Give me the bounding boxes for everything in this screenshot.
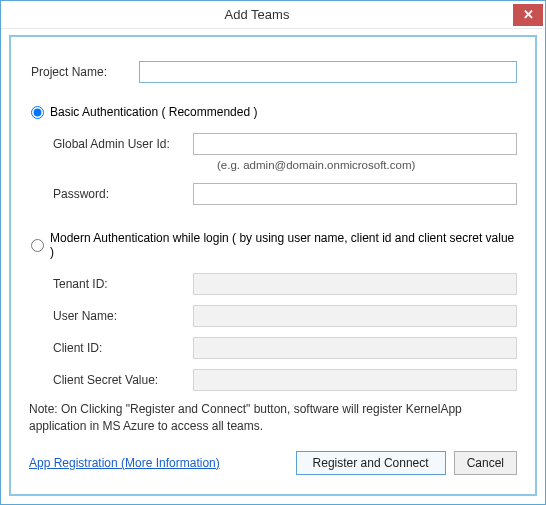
global-admin-hint-row: (e.g. admin@domain.onmicrosoft.com): [53, 159, 517, 171]
modern-auth-radio-label: Modern Authentication while login ( by u…: [50, 231, 517, 259]
titlebar: Add Teams ✕: [1, 1, 545, 29]
client-id-input[interactable]: [193, 337, 517, 359]
dialog-window: Add Teams ✕ Project Name: Basic Authenti…: [0, 0, 546, 505]
basic-auth-radio[interactable]: [31, 106, 44, 119]
close-icon: ✕: [523, 8, 534, 21]
tenant-id-input[interactable]: [193, 273, 517, 295]
close-button[interactable]: ✕: [513, 4, 543, 26]
tenant-id-row: Tenant ID:: [53, 273, 517, 295]
dialog-body: Project Name: Basic Authentication ( Rec…: [9, 35, 537, 496]
global-admin-row: Global Admin User Id:: [53, 133, 517, 155]
client-id-row: Client ID:: [53, 337, 517, 359]
client-secret-input[interactable]: [193, 369, 517, 391]
global-admin-label: Global Admin User Id:: [53, 137, 193, 151]
password-row: Password:: [53, 183, 517, 205]
note-text: Note: On Clicking "Register and Connect"…: [29, 401, 517, 435]
client-id-label: Client ID:: [53, 341, 193, 355]
global-admin-input[interactable]: [193, 133, 517, 155]
user-name-row: User Name:: [53, 305, 517, 327]
modern-auth-radio[interactable]: [31, 239, 44, 252]
modern-auth-radio-row[interactable]: Modern Authentication while login ( by u…: [29, 231, 517, 259]
client-secret-row: Client Secret Value:: [53, 369, 517, 391]
basic-auth-block: Global Admin User Id: (e.g. admin@domain…: [29, 133, 517, 205]
user-name-label: User Name:: [53, 309, 193, 323]
basic-auth-radio-row[interactable]: Basic Authentication ( Recommended ): [29, 105, 517, 119]
app-registration-link[interactable]: App Registration (More Information): [29, 456, 220, 470]
project-name-row: Project Name:: [29, 61, 517, 83]
project-name-label: Project Name:: [29, 65, 139, 79]
basic-auth-radio-label: Basic Authentication ( Recommended ): [50, 105, 257, 119]
password-label: Password:: [53, 187, 193, 201]
window-title: Add Teams: [1, 7, 513, 22]
modern-auth-block: Tenant ID: User Name: Client ID: Client …: [29, 273, 517, 391]
client-secret-label: Client Secret Value:: [53, 373, 193, 387]
user-name-input[interactable]: [193, 305, 517, 327]
bottom-row: App Registration (More Information) Regi…: [29, 451, 517, 475]
register-connect-button[interactable]: Register and Connect: [296, 451, 446, 475]
password-input[interactable]: [193, 183, 517, 205]
global-admin-hint: (e.g. admin@domain.onmicrosoft.com): [217, 159, 415, 171]
cancel-button[interactable]: Cancel: [454, 451, 517, 475]
tenant-id-label: Tenant ID:: [53, 277, 193, 291]
project-name-input[interactable]: [139, 61, 517, 83]
